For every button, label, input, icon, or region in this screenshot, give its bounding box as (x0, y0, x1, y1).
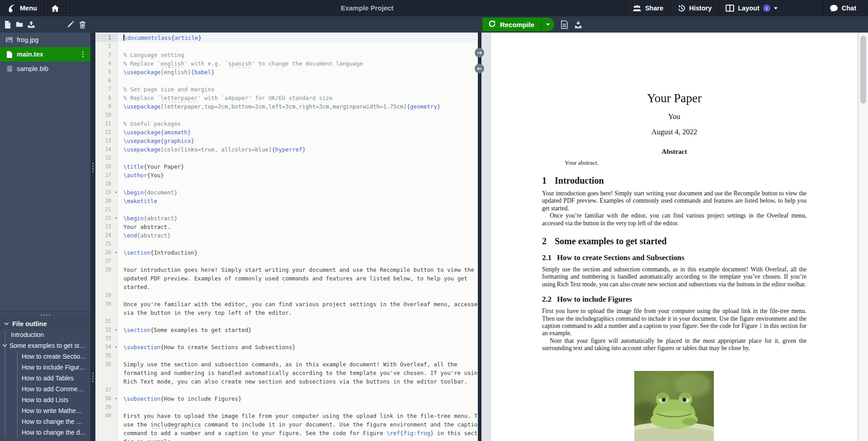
editor-line[interactable]: 13\usepackage{graphicx} (95, 137, 478, 145)
editor-line[interactable]: 21 (95, 205, 478, 214)
editor-line[interactable]: 27 (95, 257, 478, 266)
editor-line[interactable]: 36Simply use the section and subsection … (95, 360, 478, 369)
file-actions-menu-icon[interactable]: ⋮ (80, 50, 86, 58)
file-row-main.tex[interactable]: main.tex⋮ (0, 47, 90, 62)
editor-line[interactable]: 38▾\subsection{How to include Figures} (95, 394, 478, 403)
editor-line[interactable]: 18 (95, 180, 478, 188)
outline-item[interactable]: How to add Tables (0, 373, 90, 384)
editor-line[interactable]: 37 (95, 386, 478, 394)
editor-line[interactable]: 14\usepackage[colorlinks=true, allcolors… (95, 145, 478, 154)
outline-resize-handle[interactable] (0, 312, 90, 318)
editor-line[interactable]: 3% Language setting (95, 51, 478, 59)
chat-button[interactable]: Chat (822, 0, 868, 16)
editor-line[interactable]: via the button in the very top left of t… (95, 308, 478, 317)
editor-line[interactable]: command to add a number and a caption to… (95, 429, 478, 437)
download-pdf-button[interactable] (575, 21, 582, 28)
editor-line[interactable]: 24\end{abstract} (95, 231, 478, 240)
editor-line[interactable]: 33 (95, 334, 478, 343)
outline-item[interactable]: How to add Comme… (0, 384, 90, 394)
file-outline-header[interactable]: File outline (0, 318, 90, 329)
fold-arrow-icon[interactable]: ▾ (115, 326, 117, 334)
editor-line[interactable]: 16\title{Your Paper} (95, 162, 478, 171)
share-button[interactable]: Share (625, 0, 670, 16)
editor-line[interactable]: started. (95, 283, 478, 291)
editor-line[interactable]: 11% Useful packages (95, 119, 478, 128)
line-number: 34▾ (95, 343, 118, 351)
editor-line[interactable]: 22▾\begin{abstract} (95, 214, 478, 223)
editor-line[interactable]: 25 (95, 240, 478, 248)
code-editor[interactable]: 1\documentclass{article}23% Language set… (95, 33, 478, 441)
view-logs-button[interactable] (561, 20, 568, 29)
editor-line[interactable]: 32▾\section{Some examples to get started… (95, 326, 478, 334)
upload-button[interactable] (25, 18, 38, 31)
history-button[interactable]: History (670, 0, 718, 16)
fold-arrow-icon[interactable]: ▾ (115, 214, 117, 223)
editor-line[interactable]: 10 (95, 111, 478, 119)
editor-line[interactable]: formatting and numbering is handled auto… (95, 369, 478, 377)
recompile-dropdown[interactable] (541, 18, 554, 31)
outline-item[interactable]: How to write Mathe… (0, 405, 90, 416)
rename-button[interactable] (64, 18, 77, 31)
editor-line[interactable]: 20\maketitle (95, 197, 478, 205)
editor-line[interactable]: use the includegraphics command to inclu… (95, 420, 478, 429)
editor-line[interactable]: 8% Replace `letterpaper' with `a4paper' … (95, 94, 478, 102)
outline-item[interactable]: How to add Lists (0, 394, 90, 405)
delete-button[interactable] (76, 18, 89, 31)
outline-item[interactable]: Introduction (0, 329, 90, 340)
recompile-button[interactable]: Recompile (482, 18, 554, 31)
editor-line[interactable]: 28Your introduction goes here! Simply st… (95, 266, 478, 274)
editor-pdf-divider[interactable] (478, 33, 481, 441)
file-outline-title: File outline (12, 320, 47, 327)
line-number: 18 (95, 180, 118, 188)
editor-line[interactable]: 1\documentclass{article} (95, 33, 478, 42)
new-folder-button[interactable] (13, 18, 26, 31)
editor-line[interactable]: 6 (95, 76, 478, 85)
editor-line[interactable]: for an example. (95, 437, 478, 441)
editor-line[interactable]: 40First you have to upload the image fil… (95, 412, 478, 420)
jump-to-pdf-button[interactable]: → (475, 48, 484, 57)
menu-button[interactable]: Menu (0, 0, 44, 16)
editor-line[interactable]: 29 (95, 291, 478, 300)
pdf-scrollbar-thumb[interactable] (860, 36, 866, 104)
outline-item[interactable]: How to include Figur… (0, 362, 90, 373)
editor-line[interactable]: 9\usepackage[letterpaper,top=2cm,bottom=… (95, 102, 478, 111)
outline-item[interactable]: How to change the … (0, 416, 90, 427)
file-row-frog.jpg[interactable]: frog.jpg (0, 33, 90, 47)
line-number: 39 (95, 403, 118, 412)
editor-line[interactable]: 4% Replace `english' with e.g. `spanish'… (95, 59, 478, 68)
editor-line[interactable]: 23Your abstract. (95, 223, 478, 231)
jump-to-code-button[interactable]: ← (475, 64, 484, 73)
layout-info-badge[interactable]: i (763, 5, 770, 12)
fold-arrow-icon[interactable]: ▾ (115, 343, 117, 351)
editor-line[interactable]: 35 (95, 351, 478, 360)
new-file-button[interactable] (1, 18, 14, 31)
editor-line[interactable]: 5\usepackage[english]{babel} (95, 68, 478, 76)
editor-line[interactable]: 15 (95, 154, 478, 162)
editor-line[interactable]: 39 (95, 403, 478, 412)
editor-line[interactable]: 26▾\section{Introduction} (95, 248, 478, 257)
editor-line[interactable]: Rich Text mode, you can also create new … (95, 377, 478, 386)
fold-arrow-icon[interactable]: ▾ (115, 248, 117, 257)
layout-columns-icon (726, 5, 734, 12)
editor-line[interactable]: 17\author{You} (95, 171, 478, 180)
outline-item[interactable]: How to change the d… (0, 427, 90, 438)
home-button[interactable] (44, 0, 66, 16)
editor-line[interactable]: 2 (95, 42, 478, 51)
layout-button[interactable]: Layout i (718, 0, 784, 16)
pdf-scrollbar[interactable] (858, 33, 868, 441)
fold-arrow-icon[interactable]: ▾ (115, 394, 117, 403)
editor-line[interactable]: 34▾\subsection{How to create Sections an… (95, 343, 478, 351)
editor-line[interactable]: 7% Set page size and margins (95, 85, 478, 94)
line-number (95, 274, 118, 283)
file-row-sample.bib[interactable]: sample.bib (0, 62, 90, 76)
outline-item[interactable]: How to create Sectio… (0, 351, 90, 362)
editor-line[interactable]: 31 (95, 317, 478, 326)
sidebar-resize-divider[interactable] (90, 33, 95, 441)
outline-item[interactable]: Some examples to get st… (0, 340, 90, 351)
editor-line[interactable]: 30Once you're familiar with the editor, … (95, 300, 478, 308)
fold-arrow-icon[interactable]: ▾ (115, 188, 117, 197)
pdf-link[interactable]: 1 (759, 322, 762, 329)
editor-line[interactable]: 19▾\begin{document} (95, 188, 478, 197)
editor-line[interactable]: 12\usepackage{amsmath} (95, 128, 478, 137)
editor-line[interactable]: updated PDF preview. Examples of commonl… (95, 274, 478, 283)
